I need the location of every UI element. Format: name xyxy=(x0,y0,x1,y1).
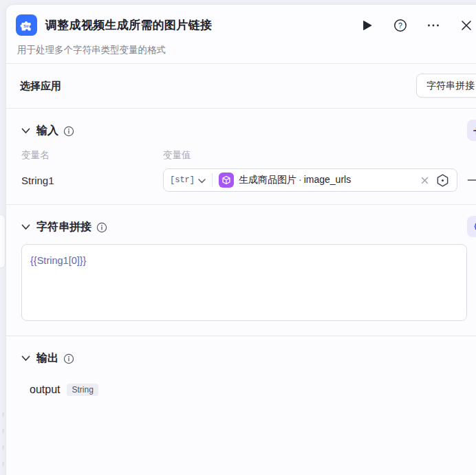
column-header-variable-value: 变量值 xyxy=(163,149,191,162)
panel-header: Str 调整成视频生成所需的图片链接 ? xyxy=(6,5,476,63)
help-icon[interactable]: ? xyxy=(393,18,408,33)
gear-icon xyxy=(473,220,476,233)
canvas-dot xyxy=(2,429,4,433)
type-chevron-down-icon[interactable] xyxy=(198,179,206,184)
input-section: 输入 + 变量名 变量值 String1 [str] xyxy=(6,109,476,204)
background-node-fragment xyxy=(0,214,6,268)
canvas-dot xyxy=(2,462,4,466)
svg-text:Str: Str xyxy=(23,24,29,28)
app-select-value: 字符串拼接 xyxy=(426,80,475,92)
reference-picker-icon[interactable] xyxy=(435,173,450,188)
app-selector-label: 选择应用 xyxy=(20,80,61,93)
close-icon[interactable] xyxy=(459,18,474,33)
column-header-variable-name: 变量名 xyxy=(21,149,163,162)
node-config-panel: Str 调整成视频生成所需的图片链接 ? xyxy=(6,4,476,475)
collapse-chevron-icon[interactable] xyxy=(21,355,30,362)
more-options-icon[interactable] xyxy=(426,18,441,33)
panel-title: 调整成视频生成所需的图片链接 xyxy=(45,17,212,33)
app-select-dropdown[interactable]: 字符串拼接 xyxy=(416,74,476,98)
variable-row: String1 [str] 生成商品图片·image_urls xyxy=(6,162,476,192)
collapse-chevron-icon[interactable] xyxy=(21,128,30,134)
concat-section: 字符串拼接 {{String1[0]}} xyxy=(6,205,476,335)
svg-text:?: ? xyxy=(398,21,402,29)
app-selector-row: 选择应用 字符串拼接 xyxy=(6,64,476,108)
collapse-chevron-icon[interactable] xyxy=(21,224,30,230)
output-variable-name: output xyxy=(30,384,60,396)
output-section: 输出 output String xyxy=(6,336,476,475)
reference-value: 生成商品图片·image_urls xyxy=(239,174,351,186)
canvas-dot xyxy=(2,445,4,450)
info-icon xyxy=(96,222,107,233)
concat-expression-editor[interactable]: {{String1[0]}} xyxy=(21,244,467,321)
run-button[interactable] xyxy=(360,18,375,33)
add-variable-button[interactable]: + xyxy=(467,120,476,141)
canvas-dot xyxy=(2,412,4,417)
input-section-title: 输入 xyxy=(36,124,58,138)
remove-row-button[interactable] xyxy=(467,175,476,185)
info-icon xyxy=(63,353,74,364)
panel-subtitle: 用于处理多个字符串类型变量的格式 xyxy=(17,44,476,56)
node-cube-icon xyxy=(219,173,234,188)
variable-name: String1 xyxy=(21,175,163,186)
output-type-badge: String xyxy=(67,384,98,396)
field-divider xyxy=(212,173,213,187)
info-icon xyxy=(63,126,74,137)
type-badge: [str] xyxy=(170,175,195,185)
output-section-title: 输出 xyxy=(36,351,58,366)
concat-section-title: 字符串拼接 xyxy=(36,220,91,234)
concat-settings-button[interactable] xyxy=(467,216,476,237)
clear-value-icon[interactable] xyxy=(420,175,430,186)
variable-value-field[interactable]: [str] 生成商品图片·image_urls xyxy=(163,168,457,192)
string-plugin-icon: Str xyxy=(16,14,37,36)
